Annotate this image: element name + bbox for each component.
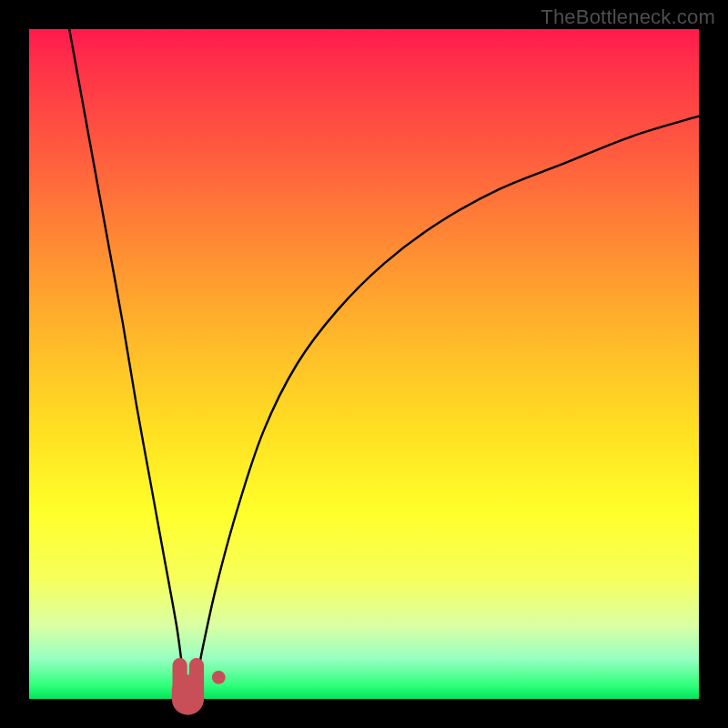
chart-frame: TheBottleneck.com	[0, 0, 728, 728]
dot-right	[212, 671, 226, 684]
attribution-text: TheBottleneck.com	[541, 5, 715, 29]
curve-layer	[29, 29, 699, 699]
plot-area	[29, 29, 699, 699]
left-branch-path	[69, 29, 189, 699]
right-branch-path	[190, 116, 699, 699]
marker-layer	[180, 665, 226, 699]
